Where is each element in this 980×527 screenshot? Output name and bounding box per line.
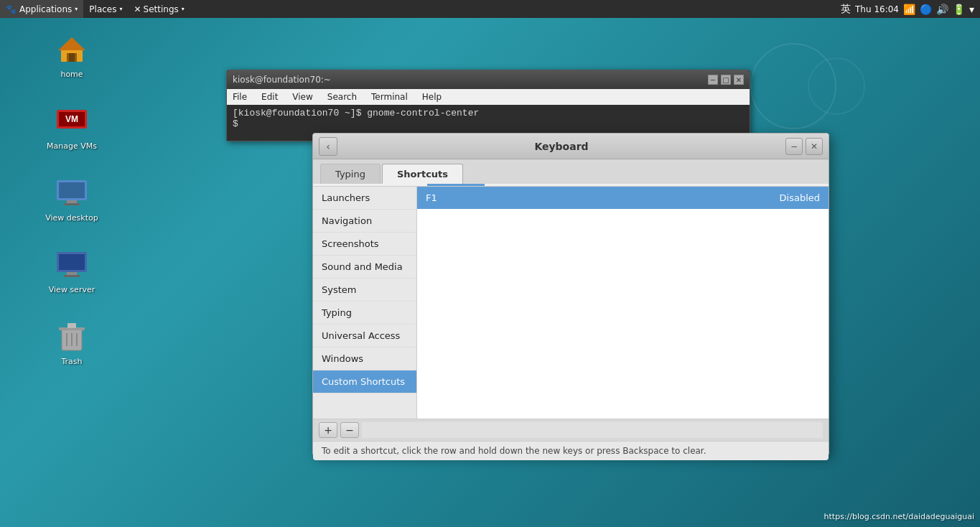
deco-circle-2	[808, 57, 865, 115]
view-server-label: View server	[49, 285, 95, 294]
terminal-prompt: $	[233, 118, 744, 129]
shortcuts-sidebar: Launchers Navigation Screenshots Sound a…	[313, 187, 417, 419]
taskbar-right: 英 Thu 16:04 📶 🔵 🔊 🔋 ▾	[841, 3, 980, 16]
settings-label: Settings	[144, 4, 179, 14]
terminal-window: kiosk@foundation70:~ − □ ✕ File Edit Vie…	[226, 70, 750, 141]
shortcuts-panel: F1 Disabled	[417, 187, 829, 419]
sidebar-item-launchers[interactable]: Launchers	[313, 187, 416, 210]
chevron-down-icon: ▾	[969, 4, 974, 15]
terminal-menu-edit[interactable]: Edit	[258, 92, 281, 102]
svg-rect-12	[59, 254, 85, 270]
url-bar: https://blog.csdn.net/daidadeguaiguai	[824, 512, 974, 521]
volume-icon: 🔊	[936, 4, 948, 15]
svg-rect-14	[64, 275, 80, 277]
taskbar-applications[interactable]: 🐾 Applications ▾	[0, 0, 83, 18]
svg-rect-9	[67, 200, 77, 203]
view-server-icon	[55, 248, 89, 282]
desktop-icon-view-desktop[interactable]: View desktop	[43, 176, 101, 223]
manage-vms-label: Manage VMs	[47, 141, 97, 151]
dialog-info-bar: To edit a shortcut, click the row and ho…	[313, 441, 829, 460]
applications-arrow: ▾	[75, 6, 78, 12]
sidebar-item-navigation[interactable]: Navigation	[313, 210, 416, 233]
terminal-menu-terminal[interactable]: Terminal	[368, 92, 411, 102]
sidebar-item-typing[interactable]: Typing	[313, 302, 416, 325]
dialog-title: Keyboard	[337, 141, 785, 152]
remove-shortcut-btn[interactable]: −	[340, 422, 359, 438]
terminal-close-btn[interactable]: ✕	[734, 75, 744, 85]
dialog-close-btn[interactable]: ✕	[806, 138, 823, 155]
view-desktop-icon	[55, 176, 89, 210]
terminal-title: kiosk@foundation70:~	[233, 75, 331, 85]
taskbar-settings[interactable]: ✕ Settings ▾	[129, 0, 190, 18]
info-text: To edit a shortcut, click the row and ho…	[322, 446, 706, 456]
svg-marker-1	[58, 37, 85, 50]
terminal-menu-view[interactable]: View	[289, 92, 315, 102]
svg-rect-10	[64, 203, 80, 205]
sidebar-item-screenshots[interactable]: Screenshots	[313, 233, 416, 256]
keyboard-dialog: ‹ Keyboard − ✕ Typing Shortcuts Launcher…	[312, 133, 829, 456]
dialog-tabs: Typing Shortcuts	[313, 159, 829, 184]
terminal-minimize-btn[interactable]: −	[708, 75, 718, 85]
desktop-icon-home[interactable]: home	[43, 32, 101, 79]
terminal-command: [kiosk@foundation70 ~]$ gnome-control-ce…	[233, 108, 744, 118]
dialog-content: Launchers Navigation Screenshots Sound a…	[313, 186, 829, 419]
url-text: https://blog.csdn.net/daidadeguaiguai	[824, 512, 974, 521]
taskbar-left: 🐾 Applications ▾ Places ▾ ✕ Settings ▾	[0, 0, 190, 18]
wifi-icon: 📶	[903, 4, 915, 15]
dialog-titlebar: ‹ Keyboard − ✕	[313, 134, 829, 159]
svg-text:VM: VM	[65, 114, 78, 124]
bottom-bar-spacer	[362, 422, 823, 438]
svg-rect-17	[67, 323, 76, 328]
terminal-buttons: − □ ✕	[708, 75, 744, 85]
sidebar-item-windows[interactable]: Windows	[313, 348, 416, 370]
home-icon	[55, 32, 89, 67]
trash-label: Trash	[61, 357, 82, 366]
terminal-menu-search[interactable]: Search	[325, 92, 360, 102]
add-shortcut-btn[interactable]: +	[319, 422, 337, 438]
taskbar: 🐾 Applications ▾ Places ▾ ✕ Settings ▾ 英…	[0, 0, 980, 18]
dialog-minimize-btn[interactable]: −	[785, 138, 803, 155]
dialog-back-button[interactable]: ‹	[319, 137, 337, 156]
desktop-icon-trash[interactable]: Trash	[43, 320, 101, 366]
svg-rect-13	[67, 272, 77, 275]
applications-label: Applications	[19, 4, 72, 14]
home-label: home	[60, 70, 83, 79]
manage-vms-icon: VM	[55, 104, 89, 139]
svg-rect-3	[69, 53, 75, 62]
terminal-maximize-btn[interactable]: □	[721, 75, 731, 85]
sidebar-item-sound-and-media[interactable]: Sound and Media	[313, 256, 416, 279]
shortcut-row-f1[interactable]: F1 Disabled	[417, 187, 829, 209]
view-desktop-label: View desktop	[45, 213, 98, 223]
trash-icon	[55, 320, 89, 354]
desktop-icon-manage-vms[interactable]: VM Manage VMs	[43, 104, 101, 151]
taskbar-time: Thu 16:04	[855, 4, 899, 14]
battery-icon: 🔋	[953, 4, 965, 15]
desktop-icon-view-server[interactable]: View server	[43, 248, 101, 294]
sidebar-item-system[interactable]: System	[313, 279, 416, 302]
terminal-titlebar: kiosk@foundation70:~ − □ ✕	[227, 70, 750, 89]
terminal-menu: File Edit View Search Terminal Help	[227, 89, 750, 105]
dialog-bottom-bar: + −	[313, 419, 829, 441]
tab-typing[interactable]: Typing	[320, 164, 381, 184]
sidebar-item-custom-shortcuts[interactable]: Custom Shortcuts	[313, 370, 416, 393]
dialog-controls: − ✕	[785, 138, 823, 155]
settings-arrow: ▾	[182, 6, 185, 12]
terminal-menu-help[interactable]: Help	[419, 92, 444, 102]
taskbar-places[interactable]: Places ▾	[83, 0, 128, 18]
svg-rect-8	[59, 182, 85, 198]
lang-icon[interactable]: 英	[841, 3, 851, 16]
tab-shortcuts[interactable]: Shortcuts	[382, 164, 463, 184]
bluetooth-icon: 🔵	[920, 4, 932, 15]
places-arrow: ▾	[119, 6, 122, 12]
shortcut-value-f1: Disabled	[780, 192, 820, 203]
shortcut-key-f1: F1	[426, 192, 437, 203]
places-label: Places	[89, 4, 116, 14]
sidebar-item-universal-access[interactable]: Universal Access	[313, 325, 416, 348]
terminal-menu-file[interactable]: File	[230, 92, 250, 102]
